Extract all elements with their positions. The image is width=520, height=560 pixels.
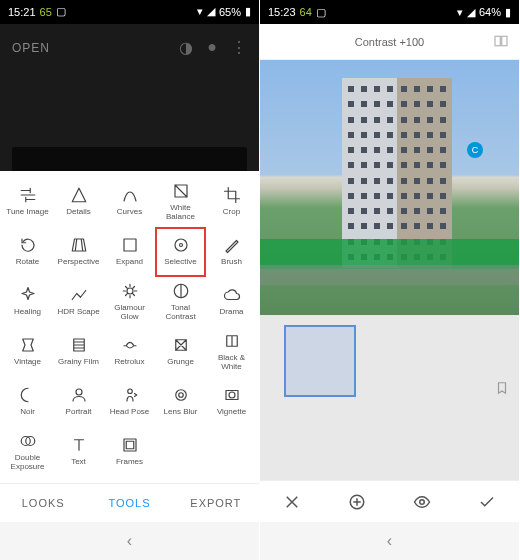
- vignette-icon: [223, 386, 241, 404]
- status-indicator: 64: [300, 6, 312, 18]
- tool-vignette[interactable]: Vignette: [206, 377, 257, 427]
- hdr-scape-icon: [70, 286, 88, 304]
- wifi-icon: ▾: [197, 5, 203, 18]
- tool-label: Selective: [164, 258, 196, 267]
- tool-black-white[interactable]: Black & White: [206, 327, 257, 377]
- tool-label: Vintage: [14, 358, 41, 367]
- tool-details[interactable]: Details: [53, 177, 104, 227]
- tool-perspective[interactable]: Perspective: [53, 227, 104, 277]
- tab-looks[interactable]: LOOKS: [0, 484, 86, 523]
- brush-icon: [223, 236, 241, 254]
- apply-button[interactable]: [477, 492, 497, 512]
- tool-drama[interactable]: Drama: [206, 277, 257, 327]
- compare-icon[interactable]: [493, 33, 509, 51]
- tools-grid: Tune ImageDetailsCurvesWhite BalanceCrop…: [0, 171, 259, 483]
- tool-label: Portrait: [66, 408, 92, 417]
- tool-rotate[interactable]: Rotate: [2, 227, 53, 277]
- frames-icon: [121, 436, 139, 454]
- drama-icon: [223, 286, 241, 304]
- add-point-button[interactable]: [347, 492, 367, 512]
- more-icon[interactable]: ⋮: [231, 38, 247, 57]
- tool-tune-image[interactable]: Tune Image: [2, 177, 53, 227]
- glamour-glow-icon: [121, 282, 139, 300]
- tool-tonal-contrast[interactable]: Tonal Contrast: [155, 277, 206, 327]
- tool-label: Tune Image: [6, 208, 48, 217]
- tool-expand[interactable]: Expand: [104, 227, 155, 277]
- tool-label: Glamour Glow: [114, 304, 145, 322]
- photo-area: C: [260, 60, 519, 480]
- expand-icon: [121, 236, 139, 254]
- tool-selective[interactable]: Selective: [155, 227, 206, 277]
- open-button[interactable]: OPEN: [12, 41, 50, 55]
- tool-label: Vignette: [217, 408, 246, 417]
- grunge-icon: [172, 336, 190, 354]
- phone-right-editor: 15:23 64 ▢ ▾ ◢ 64% ▮ Contrast +100: [260, 0, 520, 560]
- tool-vintage[interactable]: Vintage: [2, 327, 53, 377]
- tool-noir[interactable]: Noir: [2, 377, 53, 427]
- white-balance-icon: [172, 182, 190, 200]
- adjustment-strip[interactable]: [260, 315, 519, 407]
- selection-thumb[interactable]: [284, 325, 356, 397]
- tool-label: White Balance: [166, 204, 195, 222]
- tool-label: Brush: [221, 258, 242, 267]
- tool-white-balance[interactable]: White Balance: [155, 177, 206, 227]
- tool-lens-blur[interactable]: Lens Blur: [155, 377, 206, 427]
- healing-icon: [19, 286, 37, 304]
- bookmark-icon[interactable]: [495, 381, 509, 399]
- tool-retrolux[interactable]: Retrolux: [104, 327, 155, 377]
- tool-text[interactable]: Text: [53, 427, 104, 477]
- tool-label: Healing: [14, 308, 41, 317]
- app-toolbar: OPEN ◑ ● ⋮: [0, 24, 259, 72]
- svg-rect-1: [502, 36, 507, 45]
- bottom-tabs: LOOKS TOOLS EXPORT: [0, 483, 259, 523]
- text-icon: [70, 436, 88, 454]
- tool-label: Double Exposure: [11, 454, 45, 472]
- info-icon[interactable]: ●: [207, 38, 217, 57]
- notification-icon: ▢: [316, 6, 326, 19]
- nav-bar: ‹: [0, 522, 259, 560]
- tool-label: Noir: [20, 408, 35, 417]
- tab-export[interactable]: EXPORT: [173, 484, 259, 523]
- cancel-button[interactable]: [282, 492, 302, 512]
- tool-head-pose[interactable]: Head Pose: [104, 377, 155, 427]
- status-time: 15:23: [268, 6, 296, 18]
- selective-icon: [172, 236, 190, 254]
- signal-icon: ◢: [207, 5, 215, 18]
- image-info-icon[interactable]: ◑: [179, 38, 193, 57]
- tool-double-exposure[interactable]: Double Exposure: [2, 427, 53, 477]
- battery-icon: ▮: [505, 6, 511, 19]
- tool-crop[interactable]: Crop: [206, 177, 257, 227]
- battery-icon: ▮: [245, 5, 251, 18]
- photo-preview[interactable]: C: [260, 60, 519, 315]
- visibility-toggle[interactable]: [412, 492, 432, 512]
- tool-frames[interactable]: Frames: [104, 427, 155, 477]
- tool-portrait[interactable]: Portrait: [53, 377, 104, 427]
- status-indicator: 65: [40, 6, 52, 18]
- tool-curves[interactable]: Curves: [104, 177, 155, 227]
- notification-icon: ▢: [56, 5, 66, 18]
- tab-tools[interactable]: TOOLS: [86, 484, 172, 523]
- tool-hdr-scape[interactable]: HDR Scape: [53, 277, 104, 327]
- tool-label: Retrolux: [115, 358, 145, 367]
- tool-label: Expand: [116, 258, 143, 267]
- tool-healing[interactable]: Healing: [2, 277, 53, 327]
- phone-left-tools: 15:21 65 ▢ ▾ ◢ 65% ▮ OPEN ◑ ● ⋮ Tune Ima…: [0, 0, 260, 560]
- edit-header: Contrast +100: [260, 24, 519, 60]
- svg-point-3: [420, 499, 425, 504]
- back-icon[interactable]: ‹: [387, 532, 392, 550]
- back-icon[interactable]: ‹: [127, 532, 132, 550]
- tool-grainy-film[interactable]: Grainy Film: [53, 327, 104, 377]
- status-time: 15:21: [8, 6, 36, 18]
- tool-label: Drama: [219, 308, 243, 317]
- tool-grunge[interactable]: Grunge: [155, 327, 206, 377]
- curves-icon: [121, 186, 139, 204]
- tool-brush[interactable]: Brush: [206, 227, 257, 277]
- tool-label: Frames: [116, 458, 143, 467]
- selective-point[interactable]: C: [467, 142, 483, 158]
- tool-glamour-glow[interactable]: Glamour Glow: [104, 277, 155, 327]
- vintage-icon: [19, 336, 37, 354]
- tool-label: Text: [71, 458, 86, 467]
- tool-label: Perspective: [58, 258, 100, 267]
- tool-label: Black & White: [218, 354, 245, 372]
- tool-label: Curves: [117, 208, 142, 217]
